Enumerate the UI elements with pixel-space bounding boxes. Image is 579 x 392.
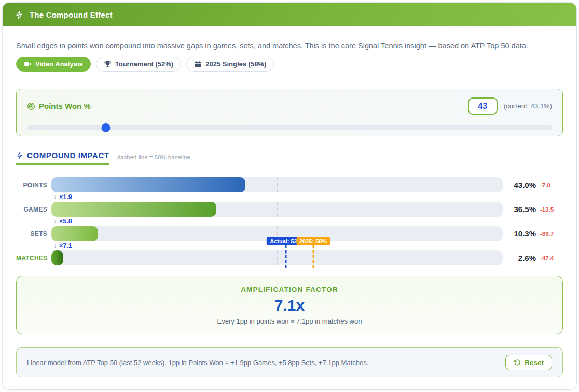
multiplier-value: ×1.9 [59,193,72,201]
points-won-label: Points Won % [39,102,91,110]
filter-chips: Video Analysis Tournament (52%) 2025 Sin… [16,57,563,72]
slider-thumb[interactable] [101,123,110,132]
row-label: MATCHES [16,255,47,262]
points-won-input[interactable] [468,97,498,115]
sets-bar [51,226,98,241]
chip-video-analysis[interactable]: Video Analysis [16,57,91,72]
row-delta: -7.0 [540,182,563,188]
reset-icon [514,359,521,366]
bar-track: Actual: 52% 2025: 58% [51,250,503,265]
chip-label: Video Analysis [35,60,83,68]
section-title-group: COMPOUND IMPACT [16,151,109,165]
bar-track [51,177,503,192]
calendar-icon [194,60,202,68]
reset-button[interactable]: Reset [505,355,552,370]
games-bar [51,202,216,217]
header-bar: The Compound Effect [3,3,576,26]
description-text: Small edges in points won compound into … [16,41,563,50]
reset-label: Reset [525,359,544,367]
chip-label: 2025 Singles (58%) [205,60,266,68]
matches-bar [51,250,63,265]
down-arrow-icon: ↓ [53,242,57,249]
chip-tournament[interactable]: Tournament (52%) [96,57,181,72]
page-title: The Compound Effect [30,10,113,19]
down-arrow-icon: ↓ [53,218,57,225]
down-arrow-icon: ↓ [53,193,57,201]
row-value: 43.0% [506,180,536,189]
points-won-label-group: Points Won % [27,102,91,110]
lightning-icon [16,152,23,159]
multiplier-value: ×5.8 [59,218,72,225]
row-delta: -13.5 [540,206,563,213]
row-label: SETS [16,230,47,237]
amplification-caption: Every 1pp in points won ≈ 7.1pp in match… [217,317,362,325]
row-value: 36.5% [506,205,536,214]
target-icon [27,102,35,110]
row-value: 10.3% [506,229,536,238]
points-won-slider[interactable] [27,123,552,132]
video-camera-icon [24,60,32,68]
row-label: POINTS [16,181,47,189]
model-note: Linear model from ATP Top 50 (last 52 we… [27,359,368,367]
row-delta: -47.4 [540,255,563,261]
current-value-note: (current: 43.1%) [504,102,552,110]
chart-row-matches: MATCHES Actual: 52% 2025: 58% 2.6% -47.4 [16,250,563,265]
footer-note-box: Linear model from ATP Top 50 (last 52 we… [16,347,563,377]
bar-track [51,202,503,217]
amplification-title: AMPLIFICATION FACTOR [241,286,338,293]
multiplier-row: ↓ ×1.9 [16,192,563,202]
amplification-value: 7.1x [274,297,305,314]
baseline-legend-note: dashed line = 50% baseline [117,154,190,160]
2025-marker-badge: 2025: 58% [296,237,330,245]
row-value: 2.6% [506,254,536,262]
chip-label: Tournament (52%) [115,60,173,68]
row-delta: -39.7 [540,231,563,237]
chart-row-points: POINTS 43.0% -7.0 [16,177,563,192]
actual-marker-line [285,245,287,268]
chart-row-games: GAMES 36.5% -13.5 [16,202,563,217]
baseline-dashed-line [277,202,278,217]
row-label: GAMES [16,206,47,213]
baseline-dashed-line [277,177,278,192]
points-bar [51,177,245,192]
points-won-panel: Points Won % (current: 43.1%) [16,89,563,136]
lightning-icon [15,10,24,19]
multiplier-value: ×7.1 [59,242,72,249]
2025-marker-line [312,245,314,268]
compound-effect-card: The Compound Effect Small edges in point… [2,2,577,390]
compound-impact-chart: POINTS 43.0% -7.0 ↓ ×1.9 GAMES 36.5% [16,177,563,265]
chip-2025-singles[interactable]: 2025 Singles (58%) [186,57,274,72]
baseline-dashed-line [277,250,278,265]
trophy-icon [104,60,112,68]
multiplier-row: ↓ ×5.8 [16,217,563,226]
section-title: COMPOUND IMPACT [27,151,109,160]
amplification-factor-box: AMPLIFICATION FACTOR 7.1x Every 1pp in p… [16,276,563,334]
